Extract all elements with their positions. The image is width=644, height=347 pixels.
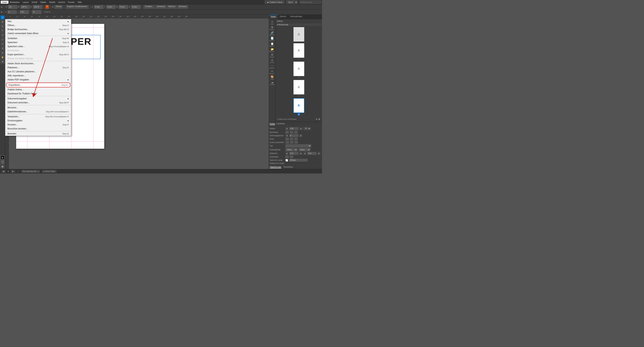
tool-text[interactable]: T [0, 29, 4, 33]
page-2-thumb[interactable]: A [293, 62, 304, 76]
menu-tabelle[interactable]: Tabelle [48, 1, 57, 4]
menu-item-speichern[interactable]: Speichern Strg+S [5, 40, 71, 44]
menu-item-pdf-vorgaben[interactable]: Adobe PDF-Vorgaben [5, 78, 71, 82]
toolbar-w-field[interactable] [20, 5, 30, 9]
kontur-ecke-btn2[interactable] [290, 138, 293, 140]
kontur-ausrichten2-btn1[interactable] [286, 156, 289, 158]
page-next-btn[interactable]: ▶ [11, 170, 15, 173]
tool-eyedropper[interactable]: ✦ [0, 51, 4, 55]
menu-item-platzieren[interactable]: Platzieren... Strg+D [5, 66, 71, 70]
tool-mode[interactable]: ▣ [0, 164, 4, 168]
panel-icon-bedingt[interactable]: ⊞ Bedingt... [270, 25, 275, 30]
kontur-ausrichten-btn1[interactable] [286, 141, 289, 144]
kontur-ausrichten-btn3[interactable] [294, 141, 298, 144]
page-4-thumb[interactable]: A [293, 98, 304, 113]
menu-item-druckvorgaben[interactable]: Druckvorgaben [5, 118, 71, 123]
page-prev-btn[interactable]: ◀ [2, 170, 6, 173]
kontur-gehrung-decrement[interactable]: ◂ [286, 134, 288, 137]
toolbar-y2-field[interactable] [106, 5, 116, 9]
panel-icon-datenzus[interactable]: 📁 Datenzus... [270, 47, 275, 52]
menu-item-aus-cc[interactable]: Aus CC Libraries platzieren... [5, 70, 71, 74]
kontur-skalieren-dec1[interactable]: ◂ [286, 152, 288, 155]
kontur-skalieren-val2[interactable]: 0 % [307, 152, 316, 155]
kontur-anfang-select[interactable]: Ohne [286, 148, 298, 151]
toolbar-h2-field[interactable] [131, 5, 140, 9]
menu-item-broschuere[interactable]: Broschüre drucken... [5, 127, 71, 131]
master-page-thumb[interactable]: A [293, 27, 304, 42]
tool-rect[interactable]: ▭ [0, 38, 4, 42]
publish-online-button[interactable]: ☁ Publish Online [265, 0, 284, 4]
adobe-stock-search[interactable] [299, 0, 321, 4]
tab-kontur[interactable]: Kontur [270, 123, 275, 125]
menu-bearbeiten[interactable]: Bearbeiten [8, 1, 21, 4]
toolbar-schwarz2-btn[interactable]: [Schwarz] [177, 5, 188, 9]
panel-icon-ausricht[interactable]: ↔ Ausricht... [270, 64, 275, 69]
menu-hilfe[interactable]: Hilfe [76, 1, 83, 4]
menu-ansicht[interactable]: Ansicht [57, 1, 66, 4]
kontur-gehrung-increment[interactable]: ▸ [300, 134, 302, 137]
menu-item-verpacken[interactable]: Verpacken... Strg+Alt+Umschalttaste+P [5, 114, 71, 118]
menu-item-doku-vorgaben[interactable]: Dokumentvorgaben [5, 96, 71, 100]
toolbar2-rot-field[interactable] [8, 10, 17, 14]
menu-item-drucken[interactable]: Drucken... Strg+P [5, 123, 71, 127]
menu-item-xml[interactable]: XML importieren... [5, 74, 71, 78]
tool-pen[interactable]: ✒ [0, 24, 4, 28]
page-1-thumb[interactable]: A [293, 43, 304, 58]
toolbar-x-field[interactable] [8, 5, 17, 9]
menu-item-publish-online[interactable]: Publish Online... [5, 88, 71, 92]
kontur-staerke-increment[interactable]: ▸ [300, 127, 302, 130]
tool-hand[interactable]: ✋ [0, 55, 4, 59]
panel-icon-pathfind[interactable]: ✂ Pathfind... [270, 70, 275, 74]
tool-scissors[interactable]: ✂ [0, 42, 4, 46]
tool-zoom[interactable]: ⊕ [0, 60, 4, 64]
tab-farbfelder[interactable]: Farbfelder [276, 123, 285, 125]
tab-objektformate[interactable]: Objektformate [270, 166, 281, 168]
tool-stroke[interactable]: □ [0, 160, 4, 164]
canvas-area[interactable]: 0 20 40 60 80 100 120 140 160 [5, 15, 269, 169]
buch-dropdown[interactable]: Buch [286, 0, 298, 4]
panel-icon-zeichen[interactable]: A Zeichen [270, 58, 275, 64]
kontur-staerke-value[interactable]: 0 Pt [289, 127, 298, 130]
profile-btn[interactable]: [Grundprofil] [Arb...] [21, 170, 40, 173]
kontur-ecke-btn3[interactable] [294, 138, 298, 140]
menu-item-beenden[interactable]: Beenden Strg+Q [5, 132, 71, 136]
toolbar-b2-field[interactable] [119, 5, 128, 9]
tool-rotate[interactable]: ⟲ [0, 46, 4, 50]
tab-verknuepfungen[interactable]: Verknüpfungen [288, 15, 304, 19]
kontur-gehrung-value[interactable]: 4 [289, 134, 298, 137]
menu-item-schliessen[interactable]: Schließen Strg+W [5, 36, 71, 40]
panel-add-page-btn[interactable]: ⊕ [316, 118, 318, 120]
toolbar-t-btn[interactable]: T [45, 5, 49, 9]
kontur-typ-select[interactable] [286, 144, 311, 148]
menu-schrift[interactable]: Schrift [30, 1, 39, 4]
panel-icon-lesezeichen[interactable]: 📑 Lesezeic... [270, 36, 275, 42]
kontur-ende-select[interactable]: Ohne [298, 148, 310, 151]
menu-item-oeffnen[interactable]: Öffnen... Strg+O [5, 23, 71, 27]
kontur-skalieren-inc2[interactable]: ▸ [318, 152, 320, 155]
panel-icon-hyperlink[interactable]: 🔗 Hyperlin... [270, 31, 275, 36]
menu-item-bridge[interactable]: Bridge durchsuchen... Strg+Alt+O [5, 27, 71, 32]
kontur-farbe-luecke-swatch[interactable] [286, 159, 288, 162]
panel-icon-skripteti[interactable]: 📋 Skripteti... [270, 42, 275, 47]
toolbar-x2-field[interactable] [94, 5, 103, 9]
menu-item-neu[interactable]: Neu [5, 19, 71, 23]
page-3-thumb[interactable]: A [293, 80, 304, 94]
toolbar2-deg-field[interactable] [32, 10, 41, 14]
tool-direct-select[interactable]: A [0, 20, 4, 24]
tool-fill[interactable]: ■ [0, 156, 4, 160]
kontur-abschluss-btn2[interactable] [290, 131, 293, 134]
tool-select[interactable]: V [0, 16, 4, 20]
panel-icon-index[interactable]: ≡ Index [270, 20, 275, 25]
toolbar-ohne-btn[interactable]: [Ohne] [54, 5, 62, 9]
menu-fenster[interactable]: Fenster [66, 1, 76, 4]
kontur-ausrichten-btn2[interactable] [290, 141, 293, 144]
errors-btn[interactable]: ● Ohne Fehler [42, 170, 56, 173]
kontur-staerke-decrement[interactable]: ◂ [286, 127, 288, 130]
panel-icon-farbe[interactable]: 🎨 Farbe [270, 75, 275, 80]
kontur-skalieren-inc1[interactable]: ▸ [300, 152, 302, 155]
menu-item-doku-einrichten[interactable]: Dokument einrichten... Strg+Alt+P [5, 100, 71, 105]
menu-item-kopie[interactable]: Kopie speichern... Strg+Alt+S [5, 52, 71, 56]
kontur-abschluss-btn1[interactable] [286, 131, 289, 134]
kontur-skalieren-dec2[interactable]: ◂ [304, 152, 306, 155]
toolbar-rahmen-btn[interactable]: Rahmen [167, 5, 176, 9]
